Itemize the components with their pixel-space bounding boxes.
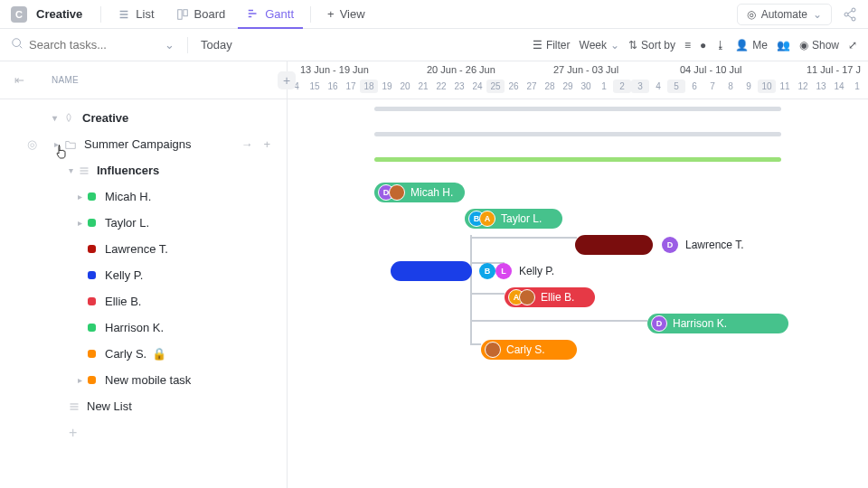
list-icon: [79, 165, 90, 176]
task-row[interactable]: ▸ Taylor L.: [0, 210, 287, 236]
day-label[interactable]: 5: [667, 80, 685, 93]
day-label[interactable]: 1: [595, 81, 613, 91]
day-label[interactable]: 14: [830, 81, 848, 91]
main: ⇤ NAME + ▾ Creative ◎ ▸ Summer Campaigns…: [0, 61, 868, 488]
day-label[interactable]: 20: [396, 81, 414, 91]
list-row[interactable]: ▾ Influencers: [0, 157, 287, 183]
day-label[interactable]: 18: [360, 80, 378, 93]
day-label[interactable]: 21: [414, 81, 432, 91]
week-label: Week: [580, 39, 607, 52]
day-label[interactable]: 30: [577, 81, 595, 91]
day-label[interactable]: 13: [812, 81, 830, 91]
day-label[interactable]: 7: [703, 81, 722, 91]
task-row[interactable]: ▸ New mobile task: [0, 367, 287, 393]
add-item-button[interactable]: +: [0, 419, 287, 446]
task-bar-lawrence[interactable]: [575, 235, 653, 255]
add-column-button[interactable]: +: [278, 71, 296, 89]
me-button[interactable]: 👤Me: [735, 39, 768, 52]
day-label[interactable]: 2: [613, 80, 631, 93]
list-row[interactable]: New List: [0, 393, 287, 419]
status-dot: [88, 219, 96, 227]
summary-bar[interactable]: [374, 132, 781, 136]
space-label: Creative: [82, 111, 128, 125]
day-label[interactable]: 10: [758, 80, 776, 93]
day-label[interactable]: 8: [722, 81, 740, 91]
pin-icon[interactable]: ◎: [27, 137, 37, 151]
task-label: New mobile task: [105, 373, 191, 387]
day-label[interactable]: 12: [794, 81, 812, 91]
highlight-button[interactable]: ●: [700, 39, 706, 52]
tab-gantt[interactable]: Gantt: [238, 0, 303, 29]
avatar-badge: D: [662, 237, 678, 253]
day-label[interactable]: 29: [559, 81, 577, 91]
task-bar-harrison[interactable]: D Harrison K.: [647, 314, 788, 333]
add-task-icon[interactable]: +: [263, 137, 270, 151]
task-bar-micah[interactable]: D Micah H.: [374, 183, 465, 202]
day-label[interactable]: 28: [541, 81, 559, 91]
day-label[interactable]: 22: [432, 81, 450, 91]
day-label[interactable]: 9: [740, 81, 758, 91]
week-label: 13 Jun - 19 Jun: [300, 64, 369, 75]
task-row[interactable]: ▸ Lawrence T.: [0, 236, 287, 262]
day-label[interactable]: 11: [776, 81, 794, 91]
task-bar-carly[interactable]: Carly S.: [481, 340, 577, 360]
tab-list[interactable]: List: [108, 0, 163, 29]
summary-bar[interactable]: [374, 107, 781, 111]
path-button[interactable]: ≡: [684, 39, 691, 52]
day-label[interactable]: 6: [685, 81, 703, 91]
arrow-right-icon[interactable]: →: [241, 137, 252, 151]
day-label[interactable]: 3: [631, 80, 649, 93]
export-button[interactable]: ⭳: [715, 39, 726, 52]
share-button[interactable]: [843, 7, 857, 22]
day-label[interactable]: 1: [848, 81, 866, 91]
avatar-badge: B: [479, 263, 495, 279]
show-button[interactable]: ◉Show: [799, 39, 839, 52]
filter-icon: ☰: [533, 39, 542, 52]
svg-point-3: [844, 13, 848, 16]
caret-icon: ▸: [78, 218, 82, 228]
week-selector[interactable]: Week⌄: [580, 39, 619, 52]
tab-gantt-label: Gantt: [265, 7, 294, 21]
day-label[interactable]: 24: [468, 81, 486, 91]
day-label[interactable]: 17: [342, 81, 360, 91]
path-icon: ≡: [684, 39, 691, 52]
folder-row[interactable]: ◎ ▸ Summer Campaigns → +: [0, 131, 287, 157]
svg-rect-0: [177, 9, 181, 19]
chevron-down-icon: ⌄: [610, 39, 619, 52]
assignees-button[interactable]: 👥: [777, 39, 790, 52]
task-bar-taylor[interactable]: B A Taylor L.: [465, 209, 562, 229]
gantt-body[interactable]: D Micah H. B A Taylor L. D Lawrence T. B…: [288, 99, 868, 488]
day-label[interactable]: 23: [450, 81, 468, 91]
sortby-button[interactable]: ⇅Sort by: [628, 39, 675, 52]
add-view-label: View: [340, 7, 365, 21]
task-row[interactable]: ▸ Ellie B.: [0, 288, 287, 314]
task-row[interactable]: ▸ Micah H.: [0, 183, 287, 210]
summary-bar[interactable]: [374, 157, 781, 162]
task-row[interactable]: ▸ Harrison K.: [0, 314, 287, 341]
task-bar-kelly[interactable]: [391, 261, 472, 281]
space-row[interactable]: ▾ Creative: [0, 105, 287, 131]
avatar-badge: [485, 342, 501, 358]
search-input[interactable]: [29, 38, 156, 52]
tab-board[interactable]: Board: [167, 0, 235, 29]
automate-button[interactable]: ◎ Automate ⌄: [737, 4, 832, 25]
day-label[interactable]: 26: [505, 81, 523, 91]
add-view-button[interactable]: + View: [318, 0, 374, 29]
task-row[interactable]: ▸ Kelly P.: [0, 262, 287, 288]
task-row[interactable]: ▸ Carly S.🔒: [0, 341, 287, 367]
today-button[interactable]: Today: [201, 38, 232, 52]
day-label[interactable]: 16: [324, 81, 342, 91]
day-label[interactable]: 19: [378, 81, 396, 91]
day-label[interactable]: 25: [486, 80, 505, 93]
day-label[interactable]: 15: [306, 81, 324, 91]
search-dropdown[interactable]: ⌄: [165, 38, 175, 52]
filter-button[interactable]: ☰Filter: [533, 39, 571, 52]
collapse-icon[interactable]: ⇤: [14, 73, 24, 87]
task-label-lawrence: D Lawrence T.: [662, 237, 743, 253]
day-label[interactable]: 27: [523, 81, 541, 91]
day-label[interactable]: 4: [649, 81, 667, 91]
fullscreen-button[interactable]: ⤢: [848, 39, 857, 52]
avatar-badge: A: [479, 211, 495, 227]
avatar-badge: D: [651, 315, 667, 332]
task-bar-ellie[interactable]: A Ellie B.: [505, 287, 595, 307]
